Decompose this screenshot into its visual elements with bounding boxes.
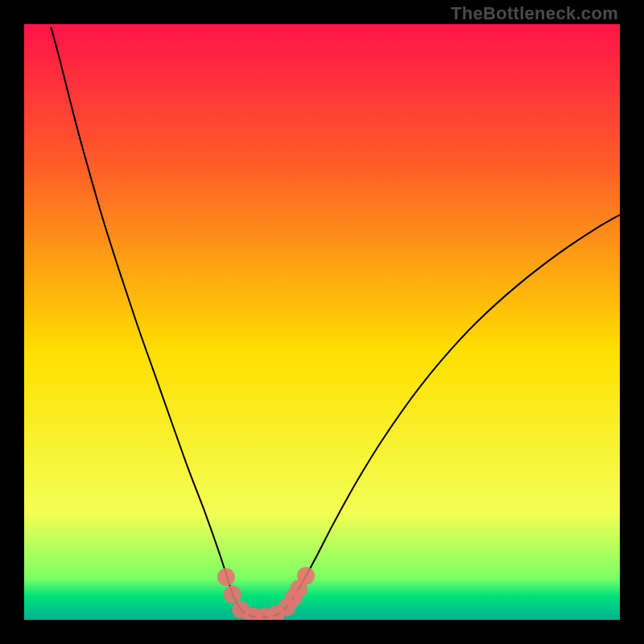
gradient-background xyxy=(24,24,620,620)
outer-frame: TheBottleneck.com xyxy=(0,0,644,644)
curve-marker xyxy=(297,567,315,584)
curve-marker xyxy=(224,585,242,603)
chart-svg xyxy=(24,24,620,620)
watermark-text: TheBottleneck.com xyxy=(451,3,618,24)
plot-area xyxy=(24,24,620,620)
curve-marker xyxy=(217,568,235,586)
